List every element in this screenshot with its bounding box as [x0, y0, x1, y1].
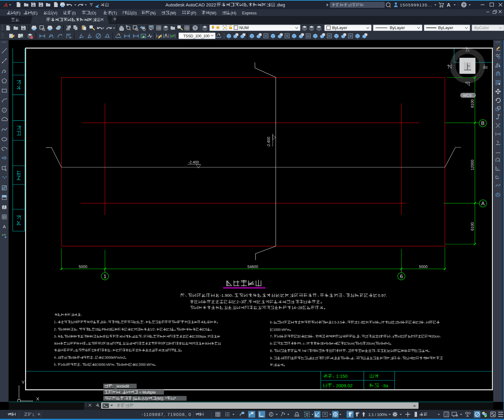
svg-text:(M)]: *: (M)]: *	[156, 396, 167, 401]
svg-text:7: 7	[270, 335, 272, 338]
svg-text:5cm(: 5cm(	[347, 342, 355, 345]
svg-text:(T): (T)	[112, 11, 117, 15]
svg-text:(N): (N)	[150, 11, 156, 15]
svg-text:1: 1	[32, 412, 34, 417]
svg-text:200kpa: 200kpa	[195, 335, 206, 338]
svg-text:-2.400: -2.400	[188, 160, 199, 165]
svg-text:3: 3	[378, 335, 380, 338]
svg-text:1:150: 1:150	[336, 373, 348, 379]
svg-text:6: 6	[205, 328, 207, 331]
svg-text:8: 8	[270, 349, 272, 353]
svg-text:-1109887, 719008, 0: -1109887, 719008, 0	[142, 412, 191, 417]
svg-text:A: A	[165, 33, 167, 37]
svg-text:): )	[389, 342, 390, 345]
svg-text:2.5-3.5: 2.5-3.5	[332, 320, 342, 324]
svg-text:ByColor: ByColor	[474, 25, 489, 30]
svg-text:3000kN*m/m2: 3000kN*m/m2	[105, 356, 125, 359]
svg-text:-2.400: -2.400	[267, 137, 271, 147]
svg-text:9: 9	[270, 356, 272, 360]
svg-text:ByLayer: ByLayer	[390, 25, 405, 30]
svg-text:c: c	[303, 342, 305, 345]
svg-text::: :	[120, 390, 122, 395]
svg-text:a: a	[392, 335, 394, 338]
svg-text:20cm(: 20cm(	[366, 342, 375, 345]
svg-text:0.97.: 0.97.	[378, 293, 387, 298]
svg-text:(H): (H)	[230, 11, 236, 15]
svg-text:6100: 6100	[470, 99, 475, 108]
svg-text:): )	[362, 342, 363, 345]
svg-text:(O): (O)	[90, 11, 96, 15]
svg-text:6: 6	[400, 274, 403, 279]
svg-text:.dwg: .dwg	[276, 2, 285, 7]
svg-text:2-3: 2-3	[358, 320, 362, 324]
svg-text:ByLayer: ByLayer	[438, 25, 453, 30]
svg-text:2009.02: 2009.02	[336, 383, 353, 388]
svg-text:12000: 12000	[470, 160, 475, 170]
svg-text:: _textedit: : _textedit	[112, 384, 129, 388]
svg-text:3: 3	[54, 335, 56, 338]
svg-text:5000: 5000	[79, 265, 87, 269]
svg-text:1: 1	[104, 274, 106, 279]
svg-text:2: 2	[419, 320, 421, 324]
svg-text:NUM: NUM	[239, 25, 249, 30]
svg-text:Express: Express	[242, 11, 257, 15]
svg-text:3: 3	[101, 342, 103, 345]
svg-text:6000 kN*m: 6000 kN*m	[98, 363, 114, 366]
svg-text:(P): (P)	[191, 11, 196, 15]
svg-text:6100: 6100	[470, 222, 475, 231]
svg-text:5: 5	[54, 363, 56, 366]
svg-text:1000 kN*m: 1000 kN*m	[273, 328, 290, 331]
svg-text:xy: xy	[69, 36, 71, 39]
svg-text:(U)/: (U)/	[142, 396, 148, 401]
svg-text:54600: 54600	[248, 265, 258, 269]
svg-text:-1.900: -1.900	[220, 293, 232, 298]
svg-text:B: B	[481, 120, 484, 126]
svg-text:= Multiple: = Multiple	[138, 390, 156, 395]
svg-text:A: A	[447, 2, 450, 8]
svg-text:Autodesk AutoCAD 2022: Autodesk AutoCAD 2022	[165, 2, 216, 7]
svg-text:A: A	[3, 224, 6, 229]
svg-text:X: X	[36, 396, 39, 401]
svg-text:8: 8	[308, 335, 310, 338]
svg-text:(F): (F)	[15, 11, 20, 15]
svg-text:9: 9	[161, 342, 163, 345]
svg-text:2: 2	[54, 328, 56, 331]
svg-text:WCS: WCS	[463, 93, 472, 98]
svg-text:14~28: 14~28	[291, 305, 302, 310]
svg-text:(M): (M)	[170, 11, 176, 15]
svg-text:1/2: 1/2	[150, 328, 155, 331]
svg-text:2000 kN*m: 2000 kN*m	[138, 363, 154, 366]
svg-text:(E): (E)	[32, 11, 37, 15]
svg-text:ByLayer: ByLayer	[332, 25, 347, 30]
svg-text:3: 3	[169, 328, 171, 331]
svg-text:TSSD_100_100: TSSD_100_100	[183, 34, 210, 38]
svg-text:(I): (I)	[72, 11, 76, 15]
svg-text:(D): (D)	[131, 11, 137, 15]
svg-text:2~3: 2~3	[237, 300, 243, 304]
svg-text:?: ?	[463, 3, 465, 7]
svg-text:1: 1	[54, 320, 56, 324]
svg-text:3: 3	[325, 356, 327, 360]
svg-text:5000: 5000	[419, 265, 428, 269]
svg-text:(W): (W)	[210, 11, 216, 15]
svg-text:4: 4	[54, 356, 56, 359]
svg-text:[: [	[132, 396, 134, 401]
svg-text:*: *	[175, 396, 176, 401]
svg-text:20cm: 20cm	[431, 335, 439, 338]
svg-text:-3a: -3a	[381, 383, 388, 388]
svg-text:Y: Y	[22, 380, 25, 385]
svg-text:b: b	[270, 342, 272, 345]
svg-text:A: A	[481, 201, 485, 206]
svg-text:,: ,	[247, 300, 248, 304]
svg-text:A: A	[3, 2, 8, 8]
svg-text:(V): (V)	[52, 11, 57, 15]
svg-text:6: 6	[270, 320, 272, 324]
svg-text:1:1 / 100%: 1:1 / 100%	[368, 412, 387, 417]
